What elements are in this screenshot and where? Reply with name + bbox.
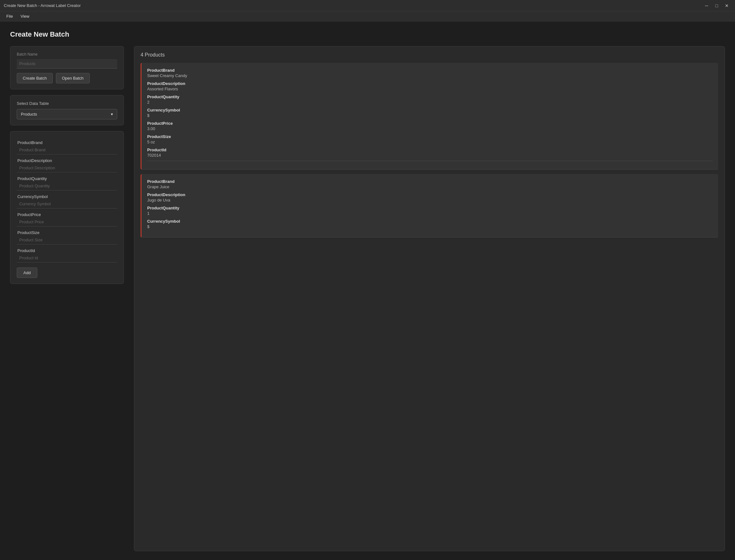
field-group-product-brand: ProductBrand — [17, 137, 117, 155]
fields-section: ProductBrand ProductDescription ProductQ… — [10, 131, 124, 284]
layout: Batch Name Create Batch Open Batch Selec… — [10, 46, 725, 551]
data-table-select[interactable]: Products ▾ — [17, 109, 117, 119]
product-field-desc-2: ProductDescription Jugo de Uva — [147, 192, 713, 202]
data-table-section: Select Data Table Products ▾ — [10, 95, 124, 125]
close-button[interactable]: ✕ — [722, 2, 731, 9]
product-field-value-price-1: 3.00 — [147, 126, 713, 131]
field-input-currency-symbol[interactable] — [17, 200, 117, 208]
product-field-key-price-1: ProductPrice — [147, 121, 713, 126]
menubar: File View — [0, 11, 735, 21]
product-card-divider-1 — [147, 161, 713, 161]
product-field-qty-1: ProductQuantity 2 — [147, 94, 713, 105]
field-list: ProductBrand ProductDescription ProductQ… — [17, 137, 117, 263]
chevron-down-icon: ▾ — [111, 112, 113, 117]
open-batch-button[interactable]: Open Batch — [56, 73, 90, 83]
field-input-product-size[interactable] — [17, 236, 117, 244]
product-field-currency-1: CurrencySymbol $ — [147, 108, 713, 118]
field-key-product-description: ProductDescription — [17, 157, 117, 164]
product-field-value-desc-1: Assorted Flavors — [147, 87, 713, 91]
field-key-product-size: ProductSize — [17, 229, 117, 236]
field-input-product-quantity[interactable] — [17, 182, 117, 190]
field-input-product-price[interactable] — [17, 218, 117, 226]
field-input-product-brand[interactable] — [17, 146, 117, 154]
field-input-product-id[interactable] — [17, 254, 117, 262]
create-batch-button[interactable]: Create Batch — [17, 73, 53, 83]
maximize-button[interactable]: □ — [712, 2, 721, 9]
product-card-2: ProductBrand Grape Juice ProductDescript… — [141, 174, 718, 238]
product-field-key-desc-1: ProductDescription — [147, 81, 713, 86]
product-field-brand-2: ProductBrand Grape Juice — [147, 179, 713, 189]
left-panel: Batch Name Create Batch Open Batch Selec… — [10, 46, 124, 551]
product-field-key-id-1: ProductId — [147, 148, 713, 152]
field-group-product-id: ProductId — [17, 245, 117, 263]
product-field-value-currency-2: $ — [147, 224, 713, 229]
product-card-1: ProductBrand Sweet Creamy Candy ProductD… — [141, 63, 718, 170]
data-table-selected: Products — [21, 112, 37, 117]
product-field-key-qty-2: ProductQuantity — [147, 206, 713, 210]
field-key-product-id: ProductId — [17, 247, 117, 254]
product-field-value-id-1: 702014 — [147, 153, 713, 158]
product-field-value-brand-1: Sweet Creamy Candy — [147, 73, 713, 78]
field-group-product-quantity: ProductQuantity — [17, 173, 117, 191]
product-field-price-1: ProductPrice 3.00 — [147, 121, 713, 131]
window-title: Create New Batch - Arrowat Label Creator — [4, 3, 81, 8]
batch-buttons: Create Batch Open Batch — [17, 73, 117, 83]
product-field-key-brand-1: ProductBrand — [147, 68, 713, 73]
products-count: 4 Products — [141, 52, 718, 58]
batch-name-section: Batch Name Create Batch Open Batch — [10, 46, 124, 89]
product-field-size-1: ProductSize 5 oz — [147, 134, 713, 144]
product-field-value-desc-2: Jugo de Uva — [147, 198, 713, 202]
main-content: Create New Batch Batch Name Create Batch… — [0, 21, 735, 560]
menu-file[interactable]: File — [3, 13, 17, 20]
product-field-key-brand-2: ProductBrand — [147, 179, 713, 184]
products-box: 4 Products ProductBrand Sweet Creamy Can… — [134, 46, 725, 551]
product-field-qty-2: ProductQuantity 1 — [147, 206, 713, 216]
field-key-currency-symbol: CurrencySymbol — [17, 193, 117, 200]
product-field-value-qty-2: 1 — [147, 211, 713, 216]
field-key-product-quantity: ProductQuantity — [17, 175, 117, 182]
add-button[interactable]: Add — [17, 268, 37, 278]
window-controls: ─ □ ✕ — [702, 2, 731, 9]
product-field-key-currency-1: CurrencySymbol — [147, 108, 713, 112]
field-group-currency-symbol: CurrencySymbol — [17, 191, 117, 209]
product-field-value-currency-1: $ — [147, 113, 713, 118]
product-field-id-1: ProductId 702014 — [147, 148, 713, 158]
titlebar: Create New Batch - Arrowat Label Creator… — [0, 0, 735, 11]
field-key-product-price: ProductPrice — [17, 211, 117, 218]
product-field-key-size-1: ProductSize — [147, 134, 713, 139]
menu-view[interactable]: View — [17, 13, 33, 20]
data-table-label: Select Data Table — [17, 101, 117, 106]
product-field-key-qty-1: ProductQuantity — [147, 94, 713, 99]
product-field-value-brand-2: Grape Juice — [147, 184, 713, 189]
minimize-button[interactable]: ─ — [702, 2, 711, 9]
product-field-key-desc-2: ProductDescription — [147, 192, 713, 197]
field-input-product-description[interactable] — [17, 164, 117, 172]
field-key-product-brand: ProductBrand — [17, 139, 117, 146]
product-field-currency-2: CurrencySymbol $ — [147, 219, 713, 229]
right-panel: 4 Products ProductBrand Sweet Creamy Can… — [134, 46, 725, 551]
batch-name-input[interactable] — [17, 59, 117, 69]
product-field-value-qty-1: 2 — [147, 100, 713, 105]
field-group-product-description: ProductDescription — [17, 155, 117, 173]
field-group-product-size: ProductSize — [17, 227, 117, 245]
product-field-brand-1: ProductBrand Sweet Creamy Candy — [147, 68, 713, 78]
field-group-product-price: ProductPrice — [17, 209, 117, 227]
product-field-value-size-1: 5 oz — [147, 140, 713, 144]
product-field-desc-1: ProductDescription Assorted Flavors — [147, 81, 713, 91]
batch-name-label: Batch Name — [17, 52, 117, 57]
page-title: Create New Batch — [10, 30, 725, 39]
product-field-key-currency-2: CurrencySymbol — [147, 219, 713, 224]
